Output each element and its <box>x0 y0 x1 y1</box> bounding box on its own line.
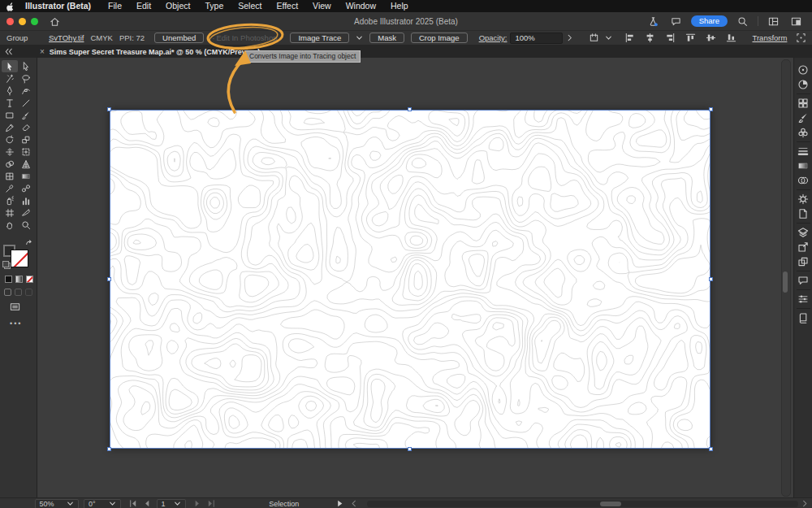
menu-edit[interactable]: Edit <box>129 0 158 12</box>
menu-view[interactable]: View <box>305 0 339 12</box>
artboard-tool[interactable] <box>2 206 18 219</box>
align-left-icon[interactable] <box>622 33 637 43</box>
menu-window[interactable]: Window <box>339 0 383 12</box>
layers-panel-icon[interactable] <box>795 225 812 240</box>
transform-link[interactable]: Transform <box>752 33 787 42</box>
align-center-h-icon[interactable] <box>642 33 658 43</box>
asset-export-panel-icon[interactable] <box>795 254 812 269</box>
zoom-window-button[interactable] <box>31 18 38 25</box>
pasteboard[interactable] <box>37 58 793 497</box>
width-tool[interactable] <box>2 145 18 158</box>
menu-file[interactable]: File <box>101 0 129 12</box>
line-segment-tool[interactable] <box>18 97 34 109</box>
opacity-link[interactable]: Opacity: <box>479 33 508 42</box>
artboard-options-icon[interactable] <box>586 33 602 43</box>
beta-feedback-icon[interactable] <box>646 16 661 27</box>
symbols-panel-icon[interactable] <box>795 125 812 140</box>
zoom-level-select[interactable]: 50% <box>35 499 79 508</box>
close-window-button[interactable] <box>6 18 14 25</box>
pencil-tool[interactable] <box>2 121 18 133</box>
vertical-scrollbar-thumb[interactable] <box>783 271 788 293</box>
mask-button[interactable]: Mask <box>369 33 404 43</box>
libraries-panel-icon[interactable] <box>795 310 812 325</box>
selection-handle-n[interactable] <box>408 107 412 111</box>
comments-panel-icon[interactable] <box>795 273 812 288</box>
blend-tool[interactable] <box>18 182 34 194</box>
vertical-scrollbar[interactable] <box>781 59 791 497</box>
export-panel-icon[interactable] <box>795 240 812 254</box>
align-middle-v-icon[interactable] <box>703 33 719 43</box>
eraser-tool[interactable] <box>18 121 34 133</box>
scroll-left-icon[interactable] <box>348 498 359 508</box>
draw-behind-mode[interactable] <box>15 289 22 296</box>
rectangle-tool[interactable] <box>2 109 18 121</box>
fill-swatch-none[interactable] <box>11 250 28 267</box>
horizontal-scrollbar-thumb[interactable] <box>600 501 621 506</box>
horizontal-scrollbar[interactable] <box>367 501 798 507</box>
search-icon[interactable] <box>735 16 750 27</box>
rotate-tool[interactable] <box>2 133 18 145</box>
draw-normal-mode[interactable] <box>4 289 11 296</box>
eyedropper-tool[interactable] <box>2 182 18 194</box>
selection-handle-w[interactable] <box>107 277 111 281</box>
crop-image-button[interactable]: Crop Image <box>411 33 468 43</box>
image-trace-presets-chevron-icon[interactable] <box>354 33 365 43</box>
swatches-panel-icon[interactable] <box>795 96 812 111</box>
collapse-toolbar-icon[interactable] <box>0 46 40 57</box>
previous-artboard-icon[interactable] <box>141 498 152 508</box>
color-guide-panel-icon[interactable] <box>795 77 812 92</box>
menu-object[interactable]: Object <box>158 0 197 12</box>
linked-file-name[interactable]: SvTOhy.tif <box>49 33 84 42</box>
selection-handle-sw[interactable] <box>107 447 111 451</box>
unembed-button[interactable]: Unembed <box>154 33 204 43</box>
workspace-icon[interactable] <box>766 16 781 27</box>
shape-builder-tool[interactable] <box>2 158 18 170</box>
magic-wand-tool[interactable] <box>2 72 18 85</box>
symbol-sprayer-tool[interactable] <box>2 194 18 206</box>
selection-handle-s[interactable] <box>408 447 412 451</box>
menu-help[interactable]: Help <box>383 0 416 12</box>
default-fill-stroke-icon[interactable] <box>2 261 10 268</box>
artboard-options-chevron-icon[interactable] <box>603 33 614 43</box>
gradient-tool[interactable] <box>18 170 34 182</box>
status-play-icon[interactable] <box>335 498 345 508</box>
rotation-select[interactable]: 0° <box>84 499 121 508</box>
none-button[interactable] <box>26 276 33 283</box>
screen-mode-icon[interactable] <box>10 302 20 312</box>
gradient-panel-icon[interactable] <box>795 158 812 173</box>
stroke-panel-icon[interactable] <box>795 144 812 158</box>
edit-in-photoshop-button[interactable]: ·Edit In Photoshop <box>212 33 277 42</box>
slice-tool[interactable] <box>18 206 34 219</box>
selection-handle-e[interactable] <box>709 277 713 281</box>
document-tab[interactable]: × Sims Super Secret Treasure Map.ai* @ 5… <box>40 47 260 56</box>
placed-topographic-image[interactable] <box>110 110 710 449</box>
scroll-right-icon[interactable] <box>800 498 810 508</box>
type-tool[interactable] <box>2 97 18 109</box>
share-button[interactable]: Share <box>691 15 728 27</box>
color-button[interactable] <box>5 276 12 283</box>
first-artboard-icon[interactable] <box>127 498 138 508</box>
bounding-box-icon[interactable] <box>793 33 809 43</box>
properties-panel-icon[interactable] <box>795 292 812 306</box>
opacity-chevron-icon[interactable] <box>564 33 575 43</box>
menu-type[interactable]: Type <box>197 0 231 12</box>
direct-selection-tool[interactable] <box>18 60 34 72</box>
selection-tool[interactable] <box>2 60 18 72</box>
graphic-styles-panel-icon[interactable] <box>795 206 812 221</box>
align-bottom-icon[interactable] <box>723 33 739 43</box>
apple-menu-icon[interactable] <box>0 1 18 11</box>
comments-icon[interactable] <box>668 16 684 27</box>
menu-select[interactable]: Select <box>231 0 269 12</box>
align-top-icon[interactable] <box>683 33 698 43</box>
gradient-button[interactable] <box>15 276 23 283</box>
menu-illustrator-beta[interactable]: Illustrator (Beta) <box>18 0 101 12</box>
brushes-panel-icon[interactable] <box>795 111 812 125</box>
image-trace-button[interactable]: Image Trace <box>290 33 349 43</box>
scale-tool[interactable] <box>18 133 34 145</box>
align-right-icon[interactable] <box>663 33 678 43</box>
paintbrush-tool[interactable] <box>18 109 34 121</box>
selection-handle-nw[interactable] <box>107 107 111 111</box>
mesh-tool[interactable] <box>2 170 18 182</box>
column-graph-tool[interactable] <box>18 194 34 206</box>
free-transform-tool[interactable] <box>18 145 34 158</box>
